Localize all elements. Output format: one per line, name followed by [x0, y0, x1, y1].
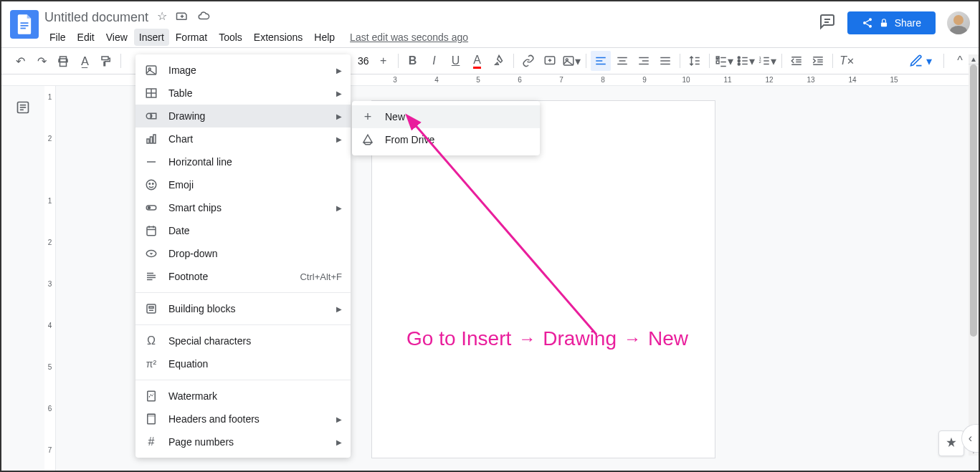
undo-button[interactable]: ↶ — [10, 51, 30, 71]
menu-format[interactable]: Format — [171, 29, 212, 46]
font-size-increase[interactable]: + — [374, 51, 394, 71]
insert-menu-building-blocks[interactable]: Building blocks ▶ — [135, 297, 351, 320]
svg-rect-55 — [151, 137, 153, 143]
blocks-icon — [144, 302, 158, 316]
share-label: Share — [895, 17, 921, 29]
drawing-submenu-new[interactable]: + New — [352, 105, 540, 128]
menu-view[interactable]: View — [101, 29, 133, 46]
svg-point-25 — [738, 60, 740, 62]
svg-rect-0 — [21, 22, 29, 24]
chevron-right-icon: ▶ — [336, 415, 342, 423]
numbered-list-button[interactable]: 12▾ — [757, 51, 777, 71]
last-edit-link[interactable]: Last edit was seconds ago — [350, 29, 468, 46]
svg-rect-63 — [147, 227, 156, 236]
insert-menu-chart[interactable]: Chart ▶ — [135, 127, 351, 150]
hline-icon — [144, 155, 158, 169]
insert-menu-horizontal-line[interactable]: Horizontal line — [135, 150, 351, 173]
move-icon[interactable] — [176, 9, 189, 25]
align-center-button[interactable] — [612, 51, 632, 71]
paint-format-button[interactable] — [96, 51, 116, 71]
redo-button[interactable]: ↷ — [32, 51, 52, 71]
svg-point-62 — [148, 207, 151, 209]
insert-menu-drop-down[interactable]: Drop-down — [135, 242, 351, 265]
svg-rect-54 — [147, 139, 149, 143]
svg-point-60 — [153, 183, 154, 185]
date-icon — [144, 223, 158, 238]
font-size-value[interactable]: 36 — [355, 55, 372, 67]
svg-point-24 — [738, 57, 740, 59]
underline-button[interactable]: U — [446, 51, 466, 71]
insert-menu-equation[interactable]: π² Equation — [135, 352, 351, 375]
checklist-button[interactable]: ▾ — [714, 51, 734, 71]
chevron-right-icon: ▶ — [336, 67, 342, 74]
menu-help[interactable]: Help — [309, 29, 340, 46]
scroll-up-arrow[interactable]: ▲ — [969, 54, 979, 64]
insert-menu-image[interactable]: Image ▶ — [135, 59, 351, 82]
table-icon — [144, 86, 158, 100]
highlight-button[interactable] — [489, 51, 509, 71]
headers-icon — [144, 412, 158, 426]
bold-button[interactable]: B — [403, 51, 423, 71]
insert-menu-date[interactable]: Date — [135, 219, 351, 242]
insert-menu-footnote[interactable]: Footnote Ctrl+Alt+F — [135, 265, 351, 288]
spellcheck-button[interactable]: A̲ — [75, 51, 95, 71]
vertical-ruler[interactable]: 1 2 1 2 3 4 5 6 7 — [44, 86, 56, 471]
insert-menu-smart-chips[interactable]: Smart chips ▶ — [135, 196, 351, 219]
menu-tools[interactable]: Tools — [214, 29, 247, 46]
drive-icon — [361, 133, 375, 147]
drawing-submenu-from-drive[interactable]: From Drive — [352, 128, 540, 151]
comment-history-icon[interactable] — [819, 13, 836, 33]
line-spacing-button[interactable] — [685, 51, 705, 71]
svg-text:2: 2 — [758, 59, 761, 64]
document-outline-icon[interactable] — [16, 100, 30, 471]
print-button[interactable] — [53, 51, 73, 71]
insert-menu-table[interactable]: Table ▶ — [135, 82, 351, 105]
decrease-indent-button[interactable] — [786, 51, 807, 71]
plus-icon: + — [361, 110, 375, 124]
menu-edit[interactable]: Edit — [72, 29, 100, 46]
bulleted-list-button[interactable]: ▾ — [736, 51, 756, 71]
insert-image-button[interactable]: ▾ — [561, 51, 581, 71]
menu-file[interactable]: File — [44, 29, 71, 46]
svg-rect-23 — [716, 61, 719, 64]
insert-link-button[interactable] — [518, 51, 538, 71]
equation-icon: π² — [144, 357, 158, 371]
document-title[interactable]: Untitled document — [44, 10, 148, 25]
insert-menu-emoji[interactable]: Emoji — [135, 173, 351, 196]
menu-extensions[interactable]: Extensions — [249, 29, 308, 46]
scroll-thumb[interactable] — [970, 64, 977, 337]
share-button[interactable]: Share — [847, 11, 936, 34]
chip-icon — [144, 201, 158, 215]
cloud-status-icon[interactable] — [197, 9, 210, 25]
star-icon[interactable]: ☆ — [157, 9, 167, 25]
dropdown-icon — [144, 246, 158, 261]
text-color-button[interactable]: A — [467, 51, 487, 71]
clear-formatting-button[interactable]: T✕ — [837, 51, 857, 71]
italic-button[interactable]: I — [424, 51, 444, 71]
insert-comment-button[interactable] — [540, 51, 560, 71]
chevron-right-icon: ▶ — [336, 135, 342, 143]
svg-rect-5 — [881, 22, 887, 27]
vertical-scrollbar[interactable]: ▲ ▼ — [969, 54, 979, 456]
insert-menu-dropdown: Image ▶ Table ▶ Drawing ▶ Chart ▶ Horizo… — [135, 54, 351, 458]
insert-menu-watermark[interactable]: Watermark — [135, 385, 351, 408]
increase-indent-button[interactable] — [808, 51, 828, 71]
svg-rect-73 — [149, 307, 153, 308]
hide-menus-button[interactable]: ^ — [950, 51, 970, 71]
user-avatar[interactable] — [947, 11, 970, 34]
explore-button[interactable] — [938, 430, 964, 456]
insert-menu-headers-and-footers[interactable]: Headers and footers ▶ — [135, 408, 351, 430]
editing-mode-button[interactable]: ▾ — [903, 51, 938, 71]
menu-insert[interactable]: Insert — [134, 29, 169, 46]
chevron-right-icon: ▶ — [336, 112, 342, 120]
svg-rect-6 — [60, 62, 67, 67]
insert-menu-page-numbers[interactable]: # Page numbers ▶ — [135, 430, 351, 453]
docs-logo[interactable] — [10, 10, 39, 39]
align-left-button[interactable] — [591, 51, 611, 71]
pagenum-icon: # — [144, 435, 158, 449]
insert-menu-drawing[interactable]: Drawing ▶ — [135, 105, 351, 127]
svg-point-26 — [738, 63, 740, 65]
align-justify-button[interactable] — [655, 51, 675, 71]
align-right-button[interactable] — [634, 51, 654, 71]
insert-menu-special-characters[interactable]: Ω Special characters — [135, 329, 351, 352]
